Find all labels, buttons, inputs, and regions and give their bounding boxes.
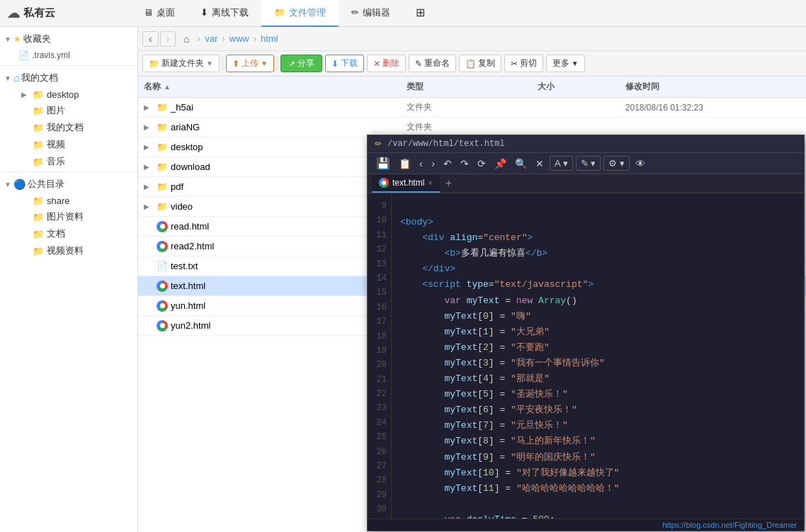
public-folder-icon: 🔵 [13,179,25,190]
rename-label: 重命名 [424,57,450,69]
breadcrumb-sep1: › [198,33,200,44]
nav-editor[interactable]: ✏ 编辑器 [339,0,403,27]
breadcrumb-var[interactable]: var [202,32,220,45]
delete-icon: ✕ [373,59,380,69]
cut-icon: ✂ [511,59,518,69]
header-size[interactable]: 大小 [538,81,625,93]
folder-icon8: 📁 [33,229,44,239]
sidebar-item-docs[interactable]: 📁 文档 [16,225,137,242]
chrome-icon-b [157,241,168,252]
new-folder-label: 新建文件夹 [161,57,204,69]
editor-format-btn[interactable]: ✎ ▾ [576,156,601,171]
file-name: ariaNG [171,122,200,132]
public-label: 公共目录 [28,178,64,191]
editor-title-icon: ✏ [375,139,382,149]
sidebar-item-travis[interactable]: 📄 .travis.yml [13,48,137,62]
editor-path: /var/www/html/text.html [387,139,505,149]
sidebar-item-videodata[interactable]: 📁 视频资料 [16,242,137,259]
folder-icon2: 📁 [33,106,44,116]
share-button[interactable]: ↗ 分享 [280,55,322,72]
editor-redo-btn[interactable]: ↷ [458,157,472,171]
file-name: download [171,162,210,172]
nav-desktop[interactable]: 🖥 桌面 [131,0,188,27]
nav-files[interactable]: 📁 文件管理 [261,0,339,27]
sidebar-item-share[interactable]: 📁 share [16,193,137,208]
folder-icon9: 📁 [33,246,44,256]
star-icon: ★ [13,34,21,44]
favorites-header[interactable]: ▼ ★ 收藏夹 [0,28,137,48]
main-layout: ▼ ★ 收藏夹 📄 .travis.yml ▼ ⌂ 我的文档 ▶ [0,27,806,532]
editor-back-btn[interactable]: ‹ [416,156,426,171]
offline-icon: ⬇ [200,7,208,18]
upload-button[interactable]: ⬆ 上传 ▼ [226,55,274,72]
folder-icon5: 📁 [33,157,44,167]
editor-tab-text[interactable]: text.html × [372,174,440,193]
breadcrumb-html[interactable]: html [258,32,281,45]
file-name: video [171,201,193,212]
sidebar: ▼ ★ 收藏夹 📄 .travis.yml ▼ ⌂ 我的文档 ▶ [0,27,138,532]
folder-icon6: 📁 [33,196,44,206]
header-type[interactable]: 类型 [407,81,538,93]
copy-label: 复制 [478,57,495,69]
editor-icon: ✏ [351,7,359,18]
editor-preview-btn[interactable]: 👁 [632,157,648,171]
file-name: desktop [171,142,203,152]
txt-icon: 📄 [157,261,168,271]
editor-font-btn[interactable]: A ▾ [550,156,573,171]
favorites-label: 收藏夹 [23,33,51,45]
sidebar-sub-mydocs: ▶ 📁 desktop 📁 图片 📁 我的文档 📁 视频 📁 [0,87,137,170]
editor-settings-btn[interactable]: ⚙ ▾ [603,156,630,171]
sidebar-sub-public: 📁 share 📁 图片资料 📁 文档 📁 视频资料 [0,193,137,259]
editor-save-btn[interactable]: 💾 [373,155,393,171]
header-modified[interactable]: 修改时间 [625,81,800,93]
file-toolbar: 📁 新建文件夹 ▼ ⬆ 上传 ▼ ↗ 分享 ⬇ 下载 ✕ 删除 [138,51,806,77]
new-folder-button[interactable]: 📁 新建文件夹 ▼ [142,55,220,72]
tab-close-icon[interactable]: × [428,179,432,187]
home-button[interactable]: ⌂ [177,31,195,47]
share-label: 分享 [297,57,314,69]
editor-undo-btn[interactable]: ↶ [441,157,455,171]
rename-button[interactable]: ✎ 重命名 [409,55,456,72]
file-name: yun2.html [171,320,210,331]
header-name[interactable]: 名称 ▲ [144,81,407,93]
sidebar-item-desktop[interactable]: ▶ 📁 desktop [16,87,137,102]
app-logo: ☁ 私有云 [7,6,120,21]
download-button[interactable]: ⬇ 下载 [325,55,364,72]
back-button[interactable]: ‹ [142,31,159,47]
cut-button[interactable]: ✂ 剪切 [504,55,543,72]
forward-button[interactable]: › [160,31,176,47]
nav-editor-label: 编辑器 [363,6,390,19]
editor-overlay: ✏ /var/www/html/text.html 💾 📋 ‹ › ↶ ↷ ⟳ … [367,135,805,531]
folder-icon3: 📁 [33,123,44,133]
public-header[interactable]: ▼ 🔵 公共目录 [0,174,137,193]
sidebar-item-picdata[interactable]: 📁 图片资料 [16,208,137,225]
more-button[interactable]: 更多 ▼ [546,55,585,72]
nav-offline[interactable]: ⬇ 离线下载 [188,0,261,27]
breadcrumb-www[interactable]: www [227,32,252,45]
my-docs-header[interactable]: ▼ ⌂ 我的文档 [0,67,137,87]
sidebar-item-pictures[interactable]: 📁 图片 [16,102,137,119]
editor-pin-btn[interactable]: 📌 [492,157,509,171]
editor-forward-btn[interactable]: › [428,156,438,171]
sidebar-item-music[interactable]: 📁 音乐 [16,153,137,170]
editor-search-btn[interactable]: 🔍 [512,157,530,171]
copy-button[interactable]: 📋 复制 [459,55,501,72]
delete-button[interactable]: ✕ 删除 [367,55,406,72]
content-area: ‹ › ⌂ › var › www › html 📁 新建文件夹 ▼ ⬆ 上传 … [138,27,806,532]
editor-close-search-btn[interactable]: ✕ [533,157,547,171]
sidebar-sub-favorites: 📄 .travis.yml [0,48,137,62]
download-icon: ⬇ [331,59,339,69]
sidebar-item-mydocs[interactable]: 📁 我的文档 [16,119,137,136]
editor-refresh-btn[interactable]: ⟳ [475,157,489,171]
nav-apps[interactable]: ⊞ [403,0,438,27]
my-docs-section: ▼ ⌂ 我的文档 ▶ 📁 desktop 📁 图片 📁 我的文档 [0,67,137,170]
folder-icon: 📁 [33,89,44,100]
rename-icon: ✎ [415,59,422,69]
editor-copy-btn[interactable]: 📋 [396,157,414,171]
desktop-icon: 🖥 [144,7,153,18]
file-name: _h5ai [171,102,193,113]
tab-add-button[interactable]: + [440,174,458,193]
folder-icon7: 📁 [33,212,44,222]
table-row[interactable]: ▶ 📁 _h5ai 文件夹 2018/08/16 01:32:23 [138,98,806,118]
sidebar-item-video[interactable]: 📁 视频 [16,136,137,153]
